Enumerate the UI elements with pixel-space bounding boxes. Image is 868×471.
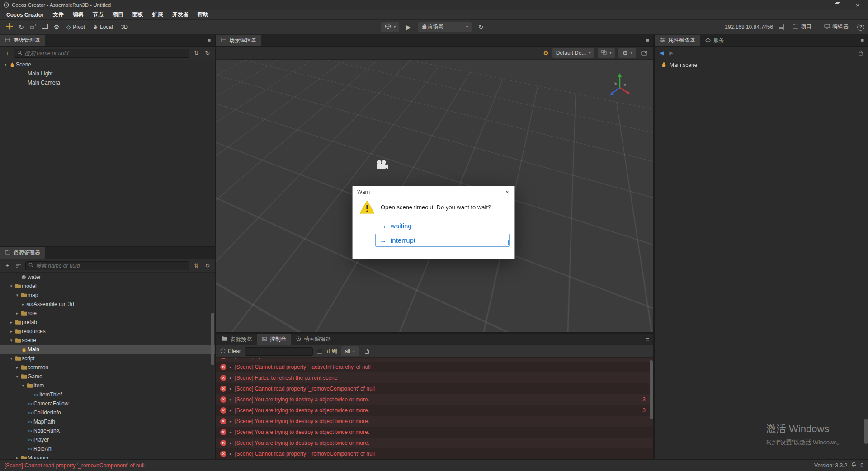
tree-item-item[interactable]: ▾Item <box>0 381 215 390</box>
tree-item-colliderinfo[interactable]: TSColliderInfo <box>0 408 215 417</box>
tree-item-main-light[interactable]: Main Light <box>0 69 215 78</box>
menu-item-7[interactable]: 开发者 <box>168 10 193 19</box>
tree-expand-arrow-icon[interactable]: ▸ <box>20 302 26 306</box>
tree-expand-arrow-icon[interactable]: ▾ <box>14 374 20 379</box>
tab-hierarchy[interactable]: 层级管理器 <box>0 35 45 46</box>
menu-item-3[interactable]: 节点 <box>88 10 108 19</box>
bell-icon[interactable] <box>851 462 856 469</box>
assets-search-input[interactable] <box>36 263 186 269</box>
current-scene-dropdown[interactable]: 当前场景 ▾ <box>418 22 472 32</box>
inspector-scrollbar[interactable] <box>864 419 868 444</box>
restore-button[interactable] <box>826 0 847 10</box>
console-row-4[interactable]: ✕▸[Scene] You are trying to destroy a ob… <box>216 394 653 405</box>
scene-camera-icon[interactable] <box>375 160 389 171</box>
panel-menu-icon[interactable]: ≡ <box>203 250 215 256</box>
console-filter-input[interactable] <box>245 347 313 356</box>
expand-arrow-icon[interactable]: ▸ <box>230 365 232 369</box>
tree-item-main-camera[interactable]: Main Camera <box>0 78 215 87</box>
expand-arrow-icon[interactable]: ▸ <box>230 386 232 391</box>
tree-expand-arrow-icon[interactable]: ▾ <box>9 284 14 288</box>
tree-item-role[interactable]: ▸role <box>0 309 215 318</box>
tab-2[interactable]: 动画编辑器 <box>291 334 336 345</box>
tree-item-assemble-run-3d[interactable]: ▸FBXAssemble run 3d <box>0 300 215 309</box>
close-button[interactable]: × <box>847 0 868 10</box>
rotate-tool-button[interactable]: ↻ <box>15 22 27 33</box>
panel-menu-icon[interactable]: ≡ <box>856 37 868 44</box>
expand-arrow-icon[interactable]: ▸ <box>230 376 232 380</box>
tree-expand-arrow-icon[interactable]: ▸ <box>14 456 20 459</box>
scene-settings-dropdown[interactable]: ⚙ ▾ <box>618 48 636 58</box>
dialog-option-interrupt[interactable]: →interrupt <box>375 234 510 247</box>
expand-arrow-icon[interactable]: ▸ <box>230 408 232 413</box>
tree-item-itemthief[interactable]: TSItemThief <box>0 390 215 399</box>
tree-expand-arrow-icon[interactable]: ▾ <box>20 383 26 388</box>
menu-item-2[interactable]: 编辑 <box>68 10 88 19</box>
render-profile-dropdown[interactable]: Default De... ▾ <box>552 48 594 58</box>
dialog-close-button[interactable]: × <box>500 186 514 198</box>
expand-arrow-icon[interactable]: ▸ <box>230 419 232 424</box>
minimize-button[interactable] <box>806 0 826 10</box>
collapse-all-button[interactable]: ⇅ <box>192 49 201 58</box>
dialog-option-waiting[interactable]: →waiting <box>375 219 510 232</box>
tree-item-mappath[interactable]: TSMapPath <box>0 417 215 426</box>
tree-item-manager[interactable]: ▸Manager <box>0 453 215 459</box>
rect-tool-button[interactable] <box>39 22 51 33</box>
nav-back-button[interactable]: ◀ <box>660 50 664 56</box>
console-row-0[interactable]: ✕▸[Scene] Open scene timeout. Do you wan… <box>216 358 653 362</box>
panel-menu-icon[interactable]: ≡ <box>642 37 653 44</box>
console-row-1[interactable]: ✕▸[Scene] Cannot read property '_activeI… <box>216 362 653 372</box>
tree-item-model[interactable]: ▾model <box>0 282 215 291</box>
tab-0[interactable]: 属性检查器 <box>655 35 700 46</box>
tree-expand-arrow-icon[interactable]: ▸ <box>14 311 20 316</box>
tree-item-water[interactable]: water <box>0 273 215 282</box>
tree-expand-arrow-icon[interactable]: ▸ <box>14 365 20 370</box>
sort-assets-button[interactable] <box>14 261 23 270</box>
scale-tool-button[interactable] <box>27 22 39 33</box>
refresh-assets-button[interactable]: ↻ <box>203 261 212 270</box>
console-row-8[interactable]: ✕▸[Scene] You are trying to destroy a ob… <box>216 438 653 448</box>
hierarchy-search-input[interactable] <box>24 50 186 57</box>
console-row-9[interactable]: ✕▸[Scene] Cannot read property '_removeC… <box>216 448 653 459</box>
axis-orientation-gizmo[interactable] <box>605 71 634 102</box>
tab-scene-editor[interactable]: 场景编辑器 <box>216 35 261 46</box>
menu-item-4[interactable]: 项目 <box>108 10 128 19</box>
menu-item-cocos-creator[interactable]: Cocos Creator <box>2 10 48 19</box>
tab-assets[interactable]: 资源管理器 <box>0 247 45 259</box>
tree-item-common[interactable]: ▸common <box>0 363 215 372</box>
tree-item-resources[interactable]: ▸resources <box>0 327 215 336</box>
create-node-button[interactable]: + <box>3 49 12 58</box>
preview-platform-dropdown[interactable]: ▾ <box>381 22 399 32</box>
gizmo-layers-dropdown[interactable]: ▾ <box>598 48 615 58</box>
reload-button[interactable]: ↻ <box>475 22 487 33</box>
tree-item-main[interactable]: Main <box>0 345 215 354</box>
console-row-7[interactable]: ✕▸[Scene] You are trying to destroy a ob… <box>216 427 653 438</box>
play-button[interactable]: ▶ <box>403 22 415 33</box>
collapse-all-button[interactable]: ⇅ <box>192 261 201 270</box>
console-row-5[interactable]: ✕▸[Scene] You are trying to destroy a ob… <box>216 405 653 416</box>
console-row-2[interactable]: ✕▸[Scene] Failed to refresh the current … <box>216 372 653 383</box>
expand-arrow-icon[interactable]: ▸ <box>230 358 232 358</box>
tree-expand-arrow-icon[interactable]: ▾ <box>9 338 14 343</box>
tree-expand-arrow-icon[interactable]: ▸ <box>9 320 14 325</box>
tree-item-script[interactable]: ▾script <box>0 354 215 363</box>
refresh-hierarchy-button[interactable]: ↻ <box>203 49 212 58</box>
camera-preview-toggle[interactable] <box>640 48 649 57</box>
3d-toggle-button[interactable]: 3D <box>117 22 132 33</box>
menu-item-5[interactable]: 面板 <box>128 10 148 19</box>
nav-forward-button[interactable]: ▶ <box>669 50 673 56</box>
menu-item-6[interactable]: 扩展 <box>148 10 168 19</box>
inspected-asset-row[interactable]: Main.scene <box>655 59 868 71</box>
menu-item-8[interactable]: 帮助 <box>193 10 213 19</box>
assets-scrollbar[interactable] <box>211 313 214 365</box>
expand-arrow-icon[interactable]: ▸ <box>230 397 232 402</box>
panel-menu-icon[interactable]: ≡ <box>203 37 215 44</box>
tree-expand-arrow-icon[interactable]: ▾ <box>9 356 14 361</box>
tree-item-scene[interactable]: ▾scene <box>0 336 215 345</box>
scene-light-settings-icon[interactable]: ⚙ <box>543 49 549 57</box>
console-scrollbar[interactable] <box>650 360 653 419</box>
tree-item-roleani[interactable]: TSRoleAni <box>0 444 215 453</box>
tab-0[interactable]: 资源预览 <box>216 334 257 345</box>
open-project-button[interactable]: 项目 <box>788 22 816 33</box>
tab-1[interactable]: 服务 <box>700 35 729 46</box>
qr-code-icon[interactable] <box>778 24 784 30</box>
